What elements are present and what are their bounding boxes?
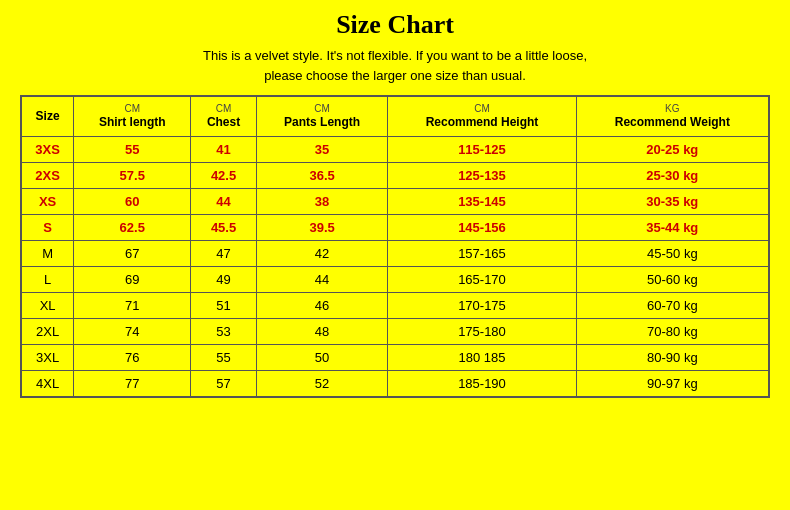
weight-col: 50-60 kg [576,266,769,292]
pants-col: 46 [256,292,388,318]
weight-col: 20-25 kg [576,136,769,162]
height-col: 135-145 [388,188,576,214]
size-col: XL [21,292,74,318]
chest-col: 42.5 [191,162,257,188]
shirt-col: 71 [74,292,191,318]
size-chart-table: Size CMShirt length CMChest CMPants Leng… [20,95,770,398]
shirt-col: 62.5 [74,214,191,240]
chest-col: 47 [191,240,257,266]
weight-col: 60-70 kg [576,292,769,318]
header-size: Size [21,96,74,136]
pants-col: 38 [256,188,388,214]
chest-col: 51 [191,292,257,318]
pants-col: 35 [256,136,388,162]
header-pants-length: CMPants Length [256,96,388,136]
pants-col: 42 [256,240,388,266]
pants-col: 44 [256,266,388,292]
chest-col: 53 [191,318,257,344]
size-col: L [21,266,74,292]
size-col: 4XL [21,370,74,397]
weight-col: 45-50 kg [576,240,769,266]
chest-col: 49 [191,266,257,292]
pants-col: 39.5 [256,214,388,240]
table-row: S62.545.539.5145-15635-44 kg [21,214,769,240]
subtitle: This is a velvet style. It's not flexibl… [20,46,770,85]
chest-col: 57 [191,370,257,397]
pants-col: 48 [256,318,388,344]
pants-col: 50 [256,344,388,370]
size-col: 2XL [21,318,74,344]
size-col: S [21,214,74,240]
chest-col: 44 [191,188,257,214]
chest-col: 41 [191,136,257,162]
size-col: XS [21,188,74,214]
weight-col: 90-97 kg [576,370,769,397]
table-row: XL715146170-17560-70 kg [21,292,769,318]
subtitle-line2: please choose the larger one size than u… [264,68,526,83]
size-col: 2XS [21,162,74,188]
weight-col: 25-30 kg [576,162,769,188]
table-row: M674742157-16545-50 kg [21,240,769,266]
shirt-col: 77 [74,370,191,397]
chest-col: 55 [191,344,257,370]
shirt-col: 76 [74,344,191,370]
height-col: 115-125 [388,136,576,162]
height-col: 185-190 [388,370,576,397]
header-shirt-length: CMShirt length [74,96,191,136]
weight-col: 30-35 kg [576,188,769,214]
pants-col: 52 [256,370,388,397]
table-row: 2XL745348175-18070-80 kg [21,318,769,344]
page-title: Size Chart [20,10,770,40]
table-header-row: Size CMShirt length CMChest CMPants Leng… [21,96,769,136]
chest-col: 45.5 [191,214,257,240]
table-row: 2XS57.542.536.5125-13525-30 kg [21,162,769,188]
subtitle-line1: This is a velvet style. It's not flexibl… [203,48,587,63]
table-row: 3XS554135115-12520-25 kg [21,136,769,162]
table-row: XS604438135-14530-35 kg [21,188,769,214]
size-col: 3XS [21,136,74,162]
shirt-col: 67 [74,240,191,266]
height-col: 125-135 [388,162,576,188]
header-chest: CMChest [191,96,257,136]
height-col: 165-170 [388,266,576,292]
table-row: L694944165-17050-60 kg [21,266,769,292]
height-col: 180 185 [388,344,576,370]
table-row: 4XL775752185-19090-97 kg [21,370,769,397]
height-col: 170-175 [388,292,576,318]
shirt-col: 57.5 [74,162,191,188]
shirt-col: 55 [74,136,191,162]
pants-col: 36.5 [256,162,388,188]
header-recommend-height: CMRecommend Height [388,96,576,136]
height-col: 157-165 [388,240,576,266]
shirt-col: 74 [74,318,191,344]
shirt-col: 69 [74,266,191,292]
header-recommend-weight: KGRecommend Weight [576,96,769,136]
height-col: 145-156 [388,214,576,240]
height-col: 175-180 [388,318,576,344]
weight-col: 80-90 kg [576,344,769,370]
shirt-col: 60 [74,188,191,214]
table-row: 3XL765550180 18580-90 kg [21,344,769,370]
size-col: 3XL [21,344,74,370]
size-col: M [21,240,74,266]
weight-col: 35-44 kg [576,214,769,240]
main-container: Size Chart This is a velvet style. It's … [0,0,790,510]
weight-col: 70-80 kg [576,318,769,344]
